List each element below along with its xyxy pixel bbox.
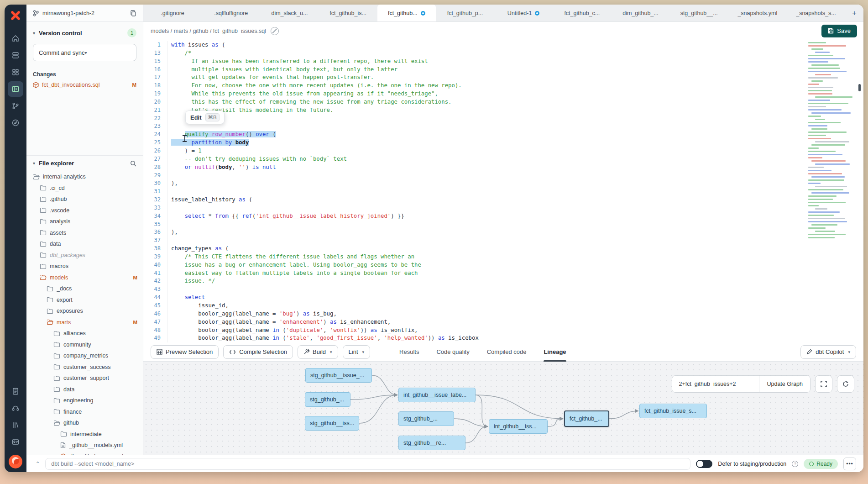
file-tree-item[interactable]: assets <box>26 227 143 239</box>
journal-icon[interactable] <box>8 384 23 399</box>
branch-name[interactable]: mirnawong1-patch-2 <box>42 10 126 16</box>
code-text[interactable]: ), <box>167 179 178 188</box>
editor-tab[interactable]: .sqlfluffignore <box>202 5 260 21</box>
editor-tab[interactable]: .gitignore <box>143 5 202 21</box>
code-text[interactable]: boolor_agg(label_name in ('stale', 'good… <box>167 334 479 342</box>
chevron-down-icon[interactable]: ▾ <box>33 161 35 166</box>
code-text[interactable]: issue_id, <box>167 302 229 310</box>
code-text[interactable] <box>167 122 171 131</box>
file-tree-item[interactable]: github <box>26 417 143 429</box>
defer-toggle[interactable] <box>696 460 712 468</box>
tab-results[interactable]: Results <box>399 342 419 362</box>
code-text[interactable]: boolor_agg(label_name in ('duplicate', '… <box>167 326 418 335</box>
update-graph-button[interactable]: Update Graph <box>759 376 810 392</box>
chevron-up-icon[interactable]: ⌃ <box>36 461 40 467</box>
editor-tab[interactable]: Untitled-1 <box>494 5 553 21</box>
lineage-node[interactable]: stg_github_... <box>398 411 454 426</box>
code-text[interactable] <box>167 285 171 294</box>
slash-circle-icon[interactable] <box>271 27 279 35</box>
code-text[interactable]: multiple issues with identical body text… <box>167 66 397 74</box>
edit-tooltip[interactable]: Edit ⌘B <box>185 110 225 124</box>
file-tree-item[interactable]: dim_github_users.sql <box>26 451 143 455</box>
tab-compiled-code[interactable]: Compiled code <box>487 342 527 362</box>
file-tree-item[interactable]: .vscode <box>26 205 143 216</box>
tab-code-quality[interactable]: Code quality <box>436 342 469 362</box>
lint-button[interactable]: Lint ▾ <box>343 345 371 359</box>
file-tree-item[interactable]: customer_success <box>26 362 143 373</box>
file-tree-item[interactable]: internal-analytics <box>26 171 143 183</box>
code-text[interactable]: this has the effect of removing the new … <box>167 98 451 106</box>
file-tree-item[interactable]: .github <box>26 194 143 205</box>
file-tree-item[interactable]: community <box>26 339 143 351</box>
code-text[interactable]: partition by body <box>167 139 249 147</box>
code-text[interactable]: /* <box>167 49 191 58</box>
editor-tab[interactable]: fct_github... <box>377 5 436 21</box>
editor-tab[interactable]: dim_github_... <box>611 5 669 21</box>
command-input[interactable] <box>45 458 690 470</box>
idcard-icon[interactable] <box>8 434 23 450</box>
file-tree-item[interactable]: finance <box>26 406 143 418</box>
code-text[interactable]: select <box>167 294 205 302</box>
branch-icon[interactable] <box>8 98 23 114</box>
code-text[interactable]: with issues as ( <box>167 41 225 49</box>
code-text[interactable]: For now, choose the one with more recent… <box>167 82 462 90</box>
build-button[interactable]: Build ▾ <box>298 345 338 359</box>
breadcrumb[interactable]: models / marts / github / fct_github_iss… <box>151 28 266 34</box>
lineage-node[interactable]: stg_github__issue_... <box>305 368 372 383</box>
books-icon[interactable] <box>8 417 23 433</box>
help-icon[interactable]: ? <box>792 461 798 467</box>
compile-selection-button[interactable]: Compile Selection <box>223 345 293 359</box>
lineage-node[interactable]: fct_github_issue_s... <box>639 404 707 418</box>
file-tree-item[interactable]: data <box>26 238 143 250</box>
editor-tab[interactable]: stg_github__... <box>670 5 728 21</box>
code-text[interactable]: select * from {{ ref('int_github__issue_… <box>167 212 404 221</box>
commit-and-sync-dropdown[interactable]: Commit and sync ▾ <box>33 44 136 61</box>
lineage-node[interactable]: int_github__iss... <box>489 419 548 434</box>
code-text[interactable]: boolor_agg(label_name = 'bug') as is_bug… <box>167 310 337 318</box>
code-text[interactable]: or nullif(body, '') is null <box>167 163 276 172</box>
lineage-node[interactable]: fct_github_... <box>564 410 609 427</box>
new-tab-button[interactable]: + <box>845 5 863 21</box>
code-text[interactable] <box>167 221 171 229</box>
code-minimap[interactable] <box>807 42 852 240</box>
file-tree-item[interactable]: exposures <box>26 305 143 317</box>
chevron-down-icon[interactable]: ▾ <box>33 31 35 36</box>
file-tree-item[interactable]: engineering <box>26 395 143 406</box>
editor-scrollbar-thumb[interactable] <box>858 84 861 91</box>
home-icon[interactable] <box>8 31 23 46</box>
code-text[interactable] <box>167 237 171 245</box>
version-control-title[interactable]: Version control <box>39 30 124 37</box>
grid-icon[interactable] <box>8 64 23 80</box>
code-text[interactable]: issue. */ <box>167 277 215 285</box>
file-tree-item[interactable]: data <box>26 384 143 395</box>
lineage-node[interactable]: stg_github__re... <box>398 436 465 450</box>
fullscreen-button[interactable] <box>815 375 832 393</box>
code-text[interactable]: will get updates for events that happen … <box>167 74 374 82</box>
tab-lineage[interactable]: Lineage <box>544 342 566 362</box>
lineage-selector-input[interactable] <box>672 376 759 392</box>
file-tree-item[interactable]: _github__models.yml <box>26 440 143 451</box>
code-text[interactable] <box>167 204 171 212</box>
editor-tab[interactable]: dim_slack_u... <box>260 5 319 21</box>
code-editor[interactable]: 1with issues as (13 /*15 If an issue has… <box>143 40 863 342</box>
file-tree-item[interactable]: _docs <box>26 283 143 295</box>
code-text[interactable]: /* This CTE flattens the different issue… <box>167 253 414 261</box>
code-text[interactable] <box>167 115 171 123</box>
refresh-button[interactable] <box>837 375 854 393</box>
develop-icon[interactable] <box>8 81 23 97</box>
file-tree-item[interactable]: export <box>26 295 143 306</box>
lineage-node[interactable]: int_github__issue_labe... <box>398 388 476 402</box>
preview-selection-button[interactable]: Preview Selection <box>151 345 219 359</box>
editor-tab[interactable]: fct_github_c... <box>553 5 611 21</box>
save-button[interactable]: Save <box>821 25 857 37</box>
code-text[interactable] <box>167 172 171 180</box>
more-options-button[interactable]: ••• <box>843 458 856 470</box>
copy-icon[interactable] <box>130 10 136 16</box>
file-tree-item[interactable]: modelsM <box>26 272 143 284</box>
code-text[interactable]: issue has a bug or enhancement label. Us… <box>167 261 421 269</box>
dbt-flame-logo[interactable] <box>9 455 22 468</box>
file-tree-item[interactable]: analysis <box>26 216 143 227</box>
code-text[interactable]: issue_label_history as ( <box>167 196 252 204</box>
lineage-node[interactable]: stg_github_... <box>305 392 350 407</box>
code-text[interactable]: ) = 1 <box>167 147 202 155</box>
